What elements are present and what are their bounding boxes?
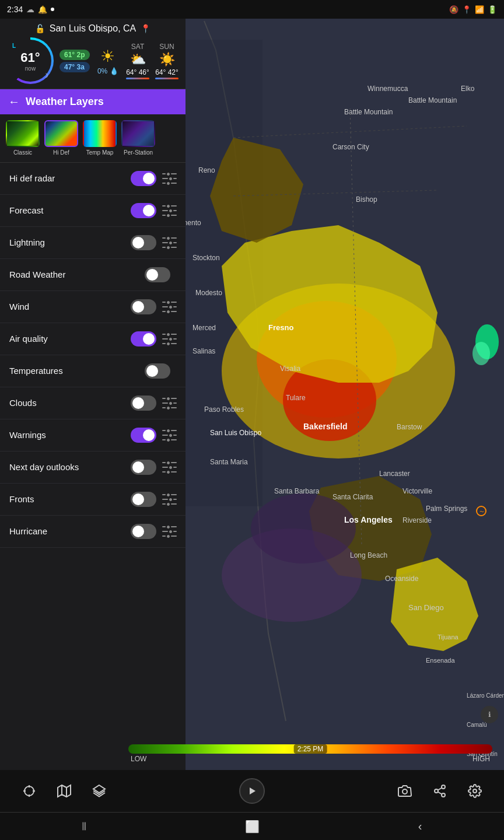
sun-label: SUN — [159, 43, 174, 51]
battery-icon: 🔋 — [488, 5, 497, 14]
layer-adjust-10[interactable] — [162, 494, 176, 506]
layers-list: Hi def radar — [0, 163, 186, 840]
svg-text:Paso Robles: Paso Robles — [204, 405, 244, 414]
location-icon: 📍 — [462, 5, 471, 14]
svg-text:Bishop: Bishop — [356, 195, 377, 204]
home-nav-button[interactable]: ⬜ — [235, 820, 270, 834]
layer-row-0: Hi def radar — [0, 163, 186, 195]
svg-text:Reno: Reno — [198, 166, 215, 174]
layer-adjust-5[interactable] — [162, 333, 176, 345]
svg-text:Winnemucca: Winnemucca — [368, 85, 408, 93]
layer-name-11: Hurricane — [9, 526, 131, 537]
status-bar: 2:34 ☁ 🔔 🔕 📍 📶 🔋 — [0, 0, 504, 19]
cloud-icon: ☁ — [26, 5, 34, 14]
adjust-lines-1 — [162, 205, 177, 217]
layer-adjust-0[interactable] — [162, 173, 176, 185]
layer-adjust-8[interactable] — [162, 429, 176, 442]
thumb-perstation[interactable]: Per-Station — [121, 120, 155, 156]
layer-row-2: Lightning — [0, 227, 186, 259]
svg-text:Los Angeles: Los Angeles — [344, 515, 393, 524]
svg-text:Santa Barbara: Santa Barbara — [274, 487, 320, 495]
adjust-lines-11 — [162, 526, 177, 538]
weather-header: 🔓 San Luis Obispo, CA 📍 L 61° now ☽ 61° … — [0, 19, 186, 89]
layer-toggle-3[interactable] — [145, 267, 170, 282]
nav-bar: ⦀ ⬜ ‹ — [0, 812, 504, 840]
share-button[interactable] — [428, 779, 452, 803]
camera-button[interactable] — [393, 779, 416, 803]
layer-toggle-knob-11 — [132, 526, 144, 537]
adjust-lines-4 — [162, 301, 177, 313]
sun-temp-bar — [155, 78, 178, 79]
layer-adjust-11[interactable] — [162, 526, 176, 538]
svg-text:Santa Clarita: Santa Clarita — [332, 493, 373, 501]
layers-title: Weather Layers — [26, 96, 104, 108]
layer-name-2: Lightning — [9, 237, 131, 249]
layer-toggle-11[interactable] — [131, 524, 156, 539]
sun-temps: 64° 42° — [155, 68, 178, 76]
svg-text:Battle Mountain: Battle Mountain — [408, 96, 457, 104]
layer-toggle-9[interactable] — [131, 460, 156, 475]
tempmap-thumb-img — [83, 120, 117, 147]
color-bar-container: 2:25 PM LOW HIGH — [128, 744, 492, 764]
svg-text:Tulare: Tulare — [286, 394, 306, 402]
sidebar-panel: 🔓 San Luis Obispo, CA 📍 L 61° now ☽ 61° … — [0, 19, 186, 840]
map-button[interactable] — [52, 779, 76, 803]
sun-forecast: SUN ☀️ 64° 42° — [155, 43, 178, 79]
layer-adjust-1[interactable] — [162, 205, 176, 217]
layer-row-5: Air quality — [0, 323, 186, 355]
layer-toggle-2[interactable] — [131, 235, 156, 250]
layer-toggle-1[interactable] — [131, 203, 156, 218]
layer-row-6: Temperatures — [0, 355, 186, 387]
layer-row-9: Next day outlooks — [0, 452, 186, 484]
map-info-button[interactable]: ℹ — [481, 706, 498, 723]
svg-text:Barstow: Barstow — [397, 423, 422, 431]
back-button[interactable]: ← — [8, 95, 20, 108]
location-pin-icon: 📍 — [141, 24, 150, 33]
layer-name-5: Air quality — [9, 333, 131, 345]
layer-adjust-7[interactable] — [162, 397, 176, 410]
layer-toggle-8[interactable] — [131, 428, 156, 443]
toolbar-left-group — [18, 779, 111, 803]
layer-name-6: Temperatures — [9, 365, 145, 377]
svg-text:Elko: Elko — [461, 85, 475, 93]
layer-adjust-4[interactable] — [162, 301, 176, 313]
adjust-lines-10 — [162, 494, 177, 506]
today-forecast: ☀ 0% 💧 — [96, 47, 120, 75]
thumb-hidef[interactable]: Hi Def — [44, 120, 78, 156]
menu-nav-button[interactable]: ⦀ — [66, 820, 102, 833]
back-nav-button[interactable]: ‹ — [402, 820, 438, 833]
layer-toggle-7[interactable] — [131, 396, 156, 411]
thumb-classic[interactable]: Classic — [6, 120, 40, 156]
layer-row-7: Clouds — [0, 387, 186, 419]
svg-point-67 — [435, 789, 438, 793]
layer-toggle-4[interactable] — [131, 299, 156, 314]
target-button[interactable] — [18, 779, 41, 803]
svg-text:Oceanside: Oceanside — [385, 575, 419, 583]
station-thumb-label: Per-Station — [124, 149, 153, 156]
layer-toggle-5[interactable] — [131, 331, 156, 346]
svg-point-65 — [402, 789, 407, 794]
adjust-lines-2 — [162, 237, 177, 249]
layers-button[interactable] — [88, 779, 111, 803]
svg-text:San Luis Obispo: San Luis Obispo — [210, 429, 261, 437]
layer-toggle-knob-5 — [143, 333, 155, 345]
layer-toggle-knob-8 — [143, 429, 155, 441]
svg-text:Riverside: Riverside — [402, 516, 432, 524]
sun-icon: ☀️ — [159, 52, 175, 67]
layer-toggle-0[interactable] — [131, 171, 156, 186]
svg-text:Palm Springs: Palm Springs — [426, 505, 467, 513]
wifi-icon: 📶 — [475, 5, 484, 14]
adjust-lines-9 — [162, 461, 177, 474]
layer-row-4: Wind — [0, 291, 186, 323]
play-button[interactable] — [239, 778, 265, 804]
settings-button[interactable] — [463, 779, 487, 803]
layers-header: ← Weather Layers — [0, 89, 186, 114]
layer-adjust-2[interactable] — [162, 237, 176, 249]
thumb-tempmap[interactable]: Temp Map — [83, 120, 117, 156]
layer-toggle-knob-0 — [143, 173, 155, 184]
layer-toggle-10[interactable] — [131, 492, 156, 507]
sat-temp-bar — [126, 78, 149, 79]
layer-toggle-6[interactable] — [145, 363, 170, 379]
layer-name-1: Forecast — [9, 205, 131, 216]
layer-adjust-9[interactable] — [162, 461, 176, 474]
